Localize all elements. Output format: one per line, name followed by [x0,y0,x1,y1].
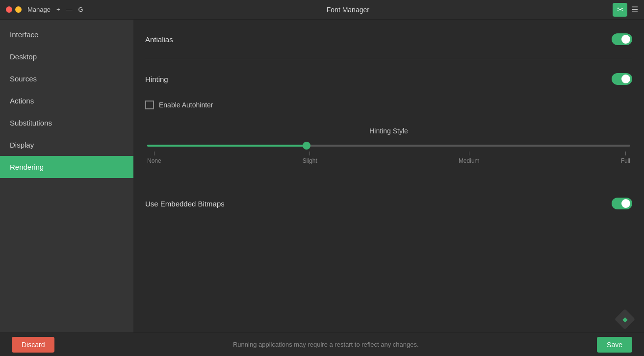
slider-label-none: None [147,152,161,164]
hinting-toggle-thumb [621,75,630,83]
sidebar-item-actions[interactable]: Actions [0,90,133,112]
hinting-toggle[interactable] [612,73,632,85]
hinting-style-section: Hinting Style None Slight [145,119,632,180]
titlebar-actions: ✂ ☰ [613,3,638,17]
titlebar: Manage + — G Font Manager ✂ ☰ [0,0,644,20]
label-medium: Medium [459,157,480,164]
slider-label-medium: Medium [459,152,480,164]
autohinter-label: Enable Autohinter [159,101,213,109]
tick-medium [469,152,469,155]
slider-fill [147,145,307,147]
embedded-bitmaps-row: Use Embedded Bitmaps [145,184,632,223]
sidebar-item-display[interactable]: Display [0,134,133,156]
antialias-label: Antialias [145,35,173,44]
sidebar-item-desktop[interactable]: Desktop [0,46,133,68]
tick-full [625,152,626,155]
font-menu-item[interactable]: G [78,6,83,13]
sidebar-item-rendering[interactable]: Rendering [0,156,133,178]
content-area: Antialias Hinting [133,20,644,332]
add-menu-item[interactable]: + [56,6,60,13]
sidebar-item-substitutions[interactable]: Substitutions [0,112,133,134]
sidebar-item-interface[interactable]: Interface [0,24,133,46]
hinting-section: Hinting Enable Autohinter Hinting Style [145,59,632,184]
footer-message: Running applications may require a resta… [62,341,589,348]
tick-none [154,152,155,155]
dash-menu-item[interactable]: — [66,6,73,13]
main-layout: Interface Desktop Sources Actions Substi… [0,20,644,332]
antialias-toggle[interactable] [612,33,632,45]
scissors-button[interactable]: ✂ [613,3,627,17]
embedded-bitmaps-toggle[interactable] [612,198,632,209]
label-slight: Slight [303,157,317,164]
discard-button[interactable]: Discard [12,337,54,353]
antialias-row: Antialias [145,20,632,59]
embedded-bitmaps-toggle-track[interactable] [612,198,632,209]
help-diamond-icon: ◆ [622,315,628,323]
label-full: Full [621,157,630,164]
slider-thumb[interactable] [303,142,310,150]
help-icon[interactable]: ◆ [615,309,635,330]
sidebar: Interface Desktop Sources Actions Substi… [0,20,133,332]
hinting-style-title: Hinting Style [145,127,632,135]
autohinter-row: Enable Autohinter [145,93,632,119]
close-dot[interactable] [6,6,12,13]
hinting-style-slider-track[interactable] [147,145,630,147]
hamburger-button[interactable]: ☰ [631,5,638,14]
hinting-style-slider-container: None Slight Medium Full [145,145,632,164]
manage-menu-item[interactable]: Manage [27,6,51,13]
embedded-bitmaps-toggle-thumb [621,199,630,208]
footer: Discard Running applications may require… [0,332,644,356]
slider-label-full: Full [621,152,630,164]
save-button[interactable]: Save [597,337,632,353]
label-none: None [147,157,161,164]
hinting-label: Hinting [145,75,168,83]
sidebar-item-sources[interactable]: Sources [0,68,133,90]
minimize-dot[interactable] [15,6,22,13]
autohinter-checkbox[interactable] [145,101,154,109]
help-icon-container: ◆ [618,312,632,327]
hinting-toggle-track[interactable] [612,73,632,85]
slider-labels: None Slight Medium Full [147,152,630,164]
embedded-bitmaps-label: Use Embedded Bitmaps [145,200,225,208]
hinting-header: Hinting [145,59,632,93]
window-title: Font Manager [87,6,609,14]
antialias-toggle-track[interactable] [612,33,632,45]
traffic-lights [6,6,22,13]
slider-label-slight: Slight [303,152,317,164]
tick-slight [309,152,310,155]
antialias-toggle-thumb [621,35,630,44]
titlebar-menu: Manage + — G [27,6,83,13]
